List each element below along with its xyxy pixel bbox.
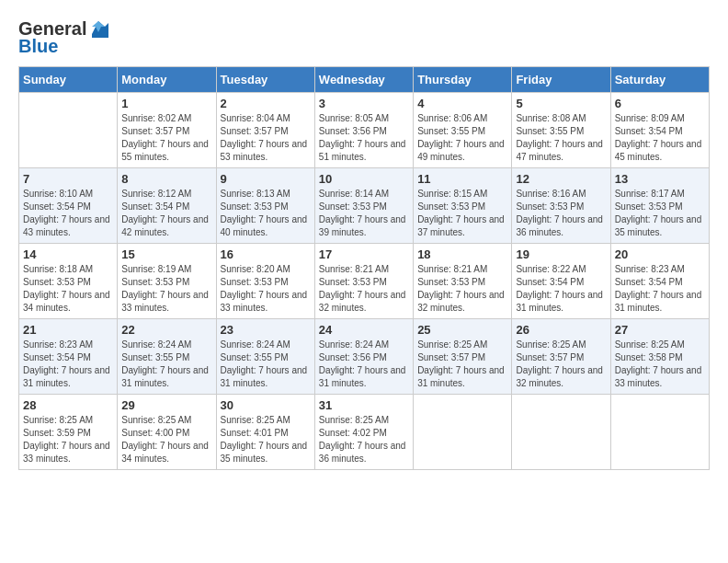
- day-number: 19: [516, 247, 606, 261]
- day-number: 26: [516, 323, 606, 337]
- calendar-header-row: SundayMondayTuesdayWednesdayThursdayFrid…: [19, 67, 710, 93]
- weekday-header-friday: Friday: [512, 67, 610, 93]
- day-number: 13: [615, 172, 705, 186]
- day-info: Sunrise: 8:24 AMSunset: 3:56 PMDaylight:…: [319, 339, 409, 390]
- day-info: Sunrise: 8:25 AMSunset: 4:00 PMDaylight:…: [121, 414, 211, 465]
- calendar-cell: 30Sunrise: 8:25 AMSunset: 4:01 PMDayligh…: [216, 395, 314, 470]
- day-info: Sunrise: 8:08 AMSunset: 3:55 PMDaylight:…: [516, 112, 606, 164]
- calendar-cell: 28Sunrise: 8:25 AMSunset: 3:59 PMDayligh…: [19, 395, 118, 470]
- day-number: 4: [417, 97, 507, 110]
- weekday-header-sunday: Sunday: [19, 67, 118, 93]
- day-info: Sunrise: 8:24 AMSunset: 3:55 PMDaylight:…: [221, 339, 311, 390]
- day-info: Sunrise: 8:14 AMSunset: 3:53 PMDaylight:…: [319, 188, 409, 239]
- day-number: 16: [221, 247, 311, 261]
- calendar-cell: 6Sunrise: 8:09 AMSunset: 3:54 PMDaylight…: [610, 93, 709, 168]
- day-info: Sunrise: 8:06 AMSunset: 3:55 PMDaylight:…: [417, 112, 507, 164]
- calendar-cell: 12Sunrise: 8:16 AMSunset: 3:53 PMDayligh…: [512, 168, 610, 244]
- day-number: 17: [319, 247, 409, 261]
- day-info: Sunrise: 8:09 AMSunset: 3:54 PMDaylight:…: [615, 112, 705, 164]
- day-number: 6: [615, 97, 705, 110]
- calendar-cell: 23Sunrise: 8:24 AMSunset: 3:55 PMDayligh…: [216, 319, 314, 395]
- calendar-cell: 22Sunrise: 8:24 AMSunset: 3:55 PMDayligh…: [118, 319, 216, 395]
- day-info: Sunrise: 8:25 AMSunset: 4:02 PMDaylight:…: [319, 414, 409, 465]
- calendar-cell: 2Sunrise: 8:04 AMSunset: 3:57 PMDaylight…: [216, 93, 314, 168]
- calendar-cell: [414, 395, 512, 470]
- calendar-cell: 25Sunrise: 8:25 AMSunset: 3:57 PMDayligh…: [414, 319, 512, 395]
- calendar-cell: 3Sunrise: 8:05 AMSunset: 3:56 PMDaylight…: [314, 93, 413, 168]
- day-info: Sunrise: 8:19 AMSunset: 3:53 PMDaylight:…: [121, 263, 211, 315]
- day-number: 23: [221, 323, 311, 337]
- calendar-cell: 7Sunrise: 8:10 AMSunset: 3:54 PMDaylight…: [19, 168, 118, 244]
- day-info: Sunrise: 8:12 AMSunset: 3:54 PMDaylight:…: [121, 188, 211, 239]
- weekday-header-saturday: Saturday: [610, 67, 709, 93]
- calendar-week-1: 1Sunrise: 8:02 AMSunset: 3:57 PMDaylight…: [19, 93, 710, 168]
- calendar-cell: 5Sunrise: 8:08 AMSunset: 3:55 PMDaylight…: [512, 93, 610, 168]
- calendar-cell: 26Sunrise: 8:25 AMSunset: 3:57 PMDayligh…: [512, 319, 610, 395]
- day-number: 2: [221, 97, 311, 110]
- day-number: 14: [23, 247, 113, 261]
- calendar-cell: 19Sunrise: 8:22 AMSunset: 3:54 PMDayligh…: [512, 244, 610, 319]
- calendar-week-3: 14Sunrise: 8:18 AMSunset: 3:53 PMDayligh…: [19, 244, 710, 319]
- day-info: Sunrise: 8:21 AMSunset: 3:53 PMDaylight:…: [417, 263, 507, 315]
- calendar-cell: 16Sunrise: 8:20 AMSunset: 3:53 PMDayligh…: [216, 244, 314, 319]
- calendar-cell: 21Sunrise: 8:23 AMSunset: 3:54 PMDayligh…: [19, 319, 118, 395]
- day-number: 10: [319, 172, 409, 186]
- calendar-cell: 24Sunrise: 8:24 AMSunset: 3:56 PMDayligh…: [314, 319, 413, 395]
- day-info: Sunrise: 8:13 AMSunset: 3:53 PMDaylight:…: [221, 188, 311, 239]
- day-info: Sunrise: 8:24 AMSunset: 3:55 PMDaylight:…: [121, 339, 211, 390]
- day-info: Sunrise: 8:04 AMSunset: 3:57 PMDaylight:…: [221, 112, 311, 164]
- day-number: 27: [615, 323, 705, 337]
- day-number: 21: [23, 323, 113, 337]
- day-number: 31: [319, 398, 409, 412]
- calendar-cell: 18Sunrise: 8:21 AMSunset: 3:53 PMDayligh…: [414, 244, 512, 319]
- day-number: 7: [23, 172, 113, 186]
- calendar-cell: [610, 395, 709, 470]
- weekday-header-tuesday: Tuesday: [216, 67, 314, 93]
- weekday-header-thursday: Thursday: [414, 67, 512, 93]
- day-number: 1: [121, 97, 211, 110]
- calendar-cell: 31Sunrise: 8:25 AMSunset: 4:02 PMDayligh…: [314, 395, 413, 470]
- day-number: 15: [121, 247, 211, 261]
- calendar-week-5: 28Sunrise: 8:25 AMSunset: 3:59 PMDayligh…: [19, 395, 710, 470]
- page-header: General Blue: [18, 18, 710, 57]
- day-info: Sunrise: 8:10 AMSunset: 3:54 PMDaylight:…: [23, 188, 113, 239]
- day-info: Sunrise: 8:25 AMSunset: 3:57 PMDaylight:…: [417, 339, 507, 390]
- day-info: Sunrise: 8:20 AMSunset: 3:53 PMDaylight:…: [221, 263, 311, 315]
- day-number: 29: [121, 398, 211, 412]
- calendar-cell: 20Sunrise: 8:23 AMSunset: 3:54 PMDayligh…: [610, 244, 709, 319]
- day-info: Sunrise: 8:25 AMSunset: 3:57 PMDaylight:…: [516, 339, 606, 390]
- day-number: 18: [417, 247, 507, 261]
- day-number: 11: [417, 172, 507, 186]
- calendar-table: SundayMondayTuesdayWednesdayThursdayFrid…: [18, 66, 710, 470]
- calendar-cell: 14Sunrise: 8:18 AMSunset: 3:53 PMDayligh…: [19, 244, 118, 319]
- day-info: Sunrise: 8:16 AMSunset: 3:53 PMDaylight:…: [516, 188, 606, 239]
- day-number: 5: [516, 97, 606, 110]
- calendar-cell: 13Sunrise: 8:17 AMSunset: 3:53 PMDayligh…: [610, 168, 709, 244]
- calendar-cell: [19, 93, 118, 168]
- calendar-cell: 17Sunrise: 8:21 AMSunset: 3:53 PMDayligh…: [314, 244, 413, 319]
- calendar-week-4: 21Sunrise: 8:23 AMSunset: 3:54 PMDayligh…: [19, 319, 710, 395]
- day-number: 24: [319, 323, 409, 337]
- calendar-cell: 11Sunrise: 8:15 AMSunset: 3:53 PMDayligh…: [414, 168, 512, 244]
- logo-icon: [88, 17, 108, 38]
- calendar-cell: 8Sunrise: 8:12 AMSunset: 3:54 PMDaylight…: [118, 168, 216, 244]
- day-info: Sunrise: 8:02 AMSunset: 3:57 PMDaylight:…: [121, 112, 211, 164]
- weekday-header-wednesday: Wednesday: [314, 67, 413, 93]
- day-number: 25: [417, 323, 507, 337]
- day-info: Sunrise: 8:21 AMSunset: 3:53 PMDaylight:…: [319, 263, 409, 315]
- weekday-header-monday: Monday: [118, 67, 216, 93]
- day-number: 28: [23, 398, 113, 412]
- day-info: Sunrise: 8:25 AMSunset: 3:58 PMDaylight:…: [615, 339, 705, 390]
- day-info: Sunrise: 8:25 AMSunset: 4:01 PMDaylight:…: [221, 414, 311, 465]
- day-number: 9: [221, 172, 311, 186]
- calendar-week-2: 7Sunrise: 8:10 AMSunset: 3:54 PMDaylight…: [19, 168, 710, 244]
- day-info: Sunrise: 8:23 AMSunset: 3:54 PMDaylight:…: [23, 339, 113, 390]
- calendar-cell: [512, 395, 610, 470]
- day-info: Sunrise: 8:23 AMSunset: 3:54 PMDaylight:…: [615, 263, 705, 315]
- day-number: 3: [319, 97, 409, 110]
- day-number: 30: [221, 398, 311, 412]
- calendar-cell: 29Sunrise: 8:25 AMSunset: 4:00 PMDayligh…: [118, 395, 216, 470]
- day-info: Sunrise: 8:22 AMSunset: 3:54 PMDaylight:…: [516, 263, 606, 315]
- logo-blue-text: Blue: [18, 36, 58, 57]
- day-number: 8: [121, 172, 211, 186]
